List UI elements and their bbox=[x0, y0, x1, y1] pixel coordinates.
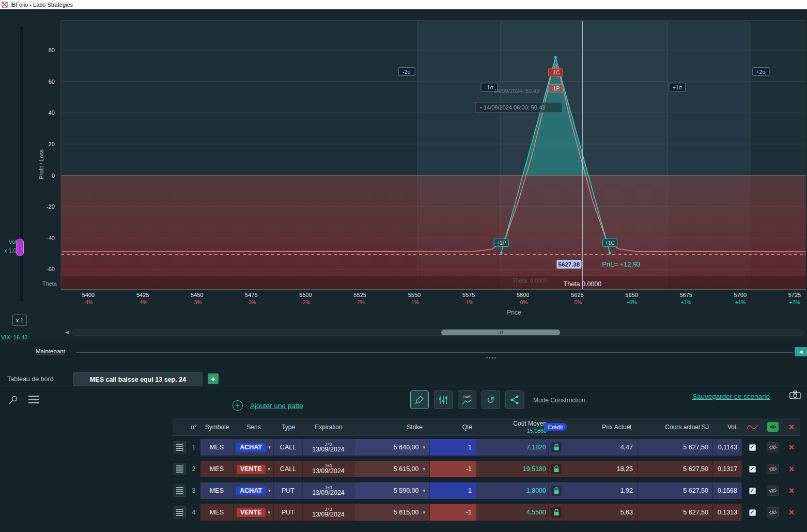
vol-slider-track[interactable] bbox=[20, 26, 23, 302]
col-symbol: Symbole bbox=[200, 418, 234, 435]
qty-cell[interactable]: 1 bbox=[430, 482, 476, 499]
col-cost: Coût Moyen 15,0860 bbox=[476, 418, 549, 435]
delete-row-button[interactable]: × bbox=[789, 443, 795, 451]
tab-dashboard[interactable]: Tableau de bord bbox=[7, 375, 54, 383]
expiration-cell[interactable]: J+013/09/2024 bbox=[303, 439, 354, 456]
vix-value: VIX: 16.43 bbox=[1, 334, 27, 340]
lock-cell[interactable] bbox=[549, 504, 564, 521]
row-menu-button[interactable] bbox=[174, 441, 186, 453]
row-menu-button[interactable] bbox=[174, 484, 186, 497]
app-icon bbox=[2, 2, 8, 8]
x-axis-title: Price bbox=[507, 309, 521, 316]
expiration-cell[interactable]: J+013/09/2024 bbox=[303, 482, 354, 499]
dropdown-caret-icon: ▾ bbox=[423, 445, 425, 450]
visibility-checkbox[interactable]: ✓ bbox=[749, 509, 756, 516]
delete-row-button[interactable]: × bbox=[789, 487, 795, 495]
cost-cell: 1,8000 bbox=[476, 482, 549, 499]
row-menu-button[interactable] bbox=[174, 463, 186, 475]
lock-cell[interactable] bbox=[549, 461, 564, 477]
side-cell[interactable]: ACHAT▾ bbox=[234, 439, 274, 456]
type-cell: CALL bbox=[274, 439, 303, 456]
side-value[interactable]: VENTE bbox=[237, 465, 266, 474]
qty-cell[interactable]: -1 bbox=[430, 461, 476, 477]
scrollbar-track[interactable] bbox=[72, 329, 804, 336]
side-value[interactable]: VENTE bbox=[237, 508, 266, 517]
eye-slash-button[interactable] bbox=[767, 442, 779, 452]
scale-x1-button[interactable]: x 1 bbox=[12, 315, 27, 326]
menu-button[interactable] bbox=[28, 396, 39, 403]
qty-cell[interactable]: -1 bbox=[430, 504, 476, 521]
y-tick-label: -60 bbox=[46, 266, 55, 272]
side-value[interactable]: ACHAT bbox=[236, 487, 266, 495]
visibility-checkbox[interactable]: ✓ bbox=[749, 488, 756, 494]
sigma-marker-label: -1σ bbox=[485, 84, 493, 90]
col-vol: Vol. bbox=[713, 418, 742, 435]
show-all-button[interactable] bbox=[767, 422, 779, 432]
history-button[interactable]: ↺ bbox=[482, 390, 500, 409]
eye-slash-icon bbox=[768, 465, 778, 473]
expiration-cell[interactable]: J+013/09/2024 bbox=[303, 504, 354, 521]
x-tick-label: 5500 bbox=[299, 292, 312, 298]
symbol-cell: MES bbox=[200, 482, 234, 499]
tws-chart-button[interactable]: TWS bbox=[458, 390, 476, 409]
vol-cell: 0,1317 bbox=[713, 461, 742, 477]
row-number: 3 bbox=[187, 482, 200, 499]
plus-circle-icon[interactable]: + bbox=[232, 400, 243, 411]
tab-strategy[interactable]: MES call baisse equi 13 sep. 24 bbox=[73, 372, 203, 386]
lock-cell[interactable] bbox=[549, 482, 564, 499]
side-cell[interactable]: VENTE▾ bbox=[234, 504, 274, 521]
draw-tool-button[interactable] bbox=[410, 390, 429, 409]
row-menu-button[interactable] bbox=[174, 506, 186, 519]
side-cell[interactable]: ACHAT▾ bbox=[234, 482, 274, 499]
scroll-left-icon[interactable]: ◀ bbox=[65, 330, 69, 335]
qty-cell[interactable]: 1 bbox=[430, 439, 476, 456]
col-price: Prix Actuel bbox=[564, 418, 638, 435]
tws-chart-icon bbox=[462, 399, 472, 405]
delete-row-button[interactable]: × bbox=[789, 465, 795, 473]
lock-cell[interactable] bbox=[549, 439, 564, 456]
time-slider-track[interactable] bbox=[76, 352, 794, 353]
theta-value-label: Theta 0.0000 bbox=[564, 280, 602, 288]
tws-label: TWS bbox=[463, 395, 472, 399]
eye-slash-button[interactable] bbox=[767, 486, 779, 496]
x-tick-pct-label: -2% bbox=[355, 300, 365, 305]
table-row: 4 MES VENTE▾ PUT J+013/09/2024 5 615,00▾… bbox=[173, 504, 800, 521]
side-cell[interactable]: VENTE▾ bbox=[234, 461, 274, 477]
strike-cell[interactable]: 5 615,00▾ bbox=[354, 461, 430, 477]
expiration-cell[interactable]: J+013/09/2024 bbox=[303, 461, 354, 477]
add-tab-button[interactable]: + bbox=[208, 373, 219, 384]
save-scenario-link[interactable]: Sauvegarder ce scenario bbox=[692, 393, 770, 400]
delete-row-button[interactable]: × bbox=[789, 508, 795, 517]
strike-cell[interactable]: 5 615,00▾ bbox=[354, 504, 430, 521]
splitter-grip-icon[interactable]: •••• bbox=[486, 355, 497, 361]
y-tick-label: 40 bbox=[49, 109, 55, 116]
leg-marker-label: -1P bbox=[552, 86, 560, 91]
row-number: 4 bbox=[187, 504, 200, 521]
add-leg-link[interactable]: Ajouter une patte bbox=[250, 402, 303, 410]
row-number: 2 bbox=[187, 461, 200, 477]
now-link[interactable]: Maintenant bbox=[36, 348, 65, 354]
strike-cell[interactable]: 5 640,00▾ bbox=[354, 439, 430, 456]
scrollbar-thumb[interactable] bbox=[441, 330, 560, 335]
share-button[interactable] bbox=[505, 390, 524, 409]
vol-slider-thumb[interactable] bbox=[16, 239, 24, 256]
table-row: 2 MES VENTE▾ CALL J+013/09/2024 5 615,00… bbox=[173, 461, 800, 477]
vol-multiplier: x 1.0 bbox=[0, 247, 17, 254]
pin-tool-button[interactable] bbox=[6, 394, 20, 407]
screenshot-button[interactable] bbox=[789, 390, 801, 401]
lock-icon bbox=[553, 465, 560, 473]
sigma-marker-label: +2σ bbox=[756, 69, 766, 75]
tooltip-line2: • 14/09/2024 06:00: 50.43 bbox=[480, 104, 545, 111]
eye-slash-button[interactable] bbox=[767, 507, 779, 518]
side-value[interactable]: ACHAT bbox=[236, 443, 266, 452]
strike-cell[interactable]: 5 590,00▾ bbox=[354, 482, 430, 499]
leg-marker-label: -1C bbox=[551, 70, 560, 75]
time-step-back-button[interactable]: ◀ bbox=[795, 347, 807, 356]
delete-all-button[interactable]: × bbox=[789, 423, 795, 431]
current-price-cell: 5,63 bbox=[564, 504, 638, 521]
visibility-checkbox[interactable]: ✓ bbox=[749, 444, 756, 451]
lock-icon bbox=[553, 509, 560, 516]
visibility-checkbox[interactable]: ✓ bbox=[749, 466, 756, 473]
sliders-button[interactable] bbox=[434, 390, 453, 409]
eye-slash-button[interactable] bbox=[767, 464, 779, 474]
